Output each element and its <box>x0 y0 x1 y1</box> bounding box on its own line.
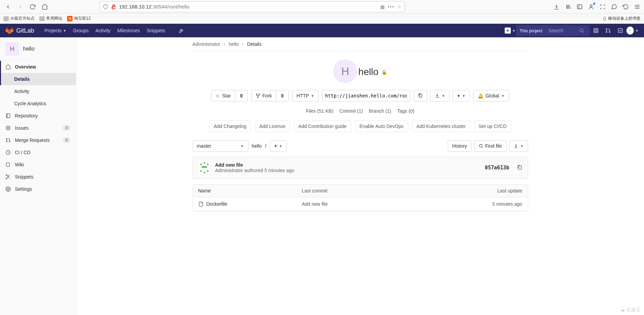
nav-snippets[interactable]: Snippets <box>143 24 168 37</box>
stat-tags[interactable]: Tags (0) <box>397 108 415 114</box>
stat-files[interactable]: Files (51 KB) <box>306 108 333 114</box>
sidebar-item-snippets[interactable]: Snippets <box>0 171 76 183</box>
folder-icon <box>3 16 9 21</box>
bookmark-star-icon[interactable]: ☆ <box>397 4 402 10</box>
search-box[interactable] <box>546 25 590 36</box>
breadcrumb-item[interactable]: Administrator <box>193 41 220 47</box>
forward-button[interactable] <box>16 2 25 12</box>
sidebar-item-repository[interactable]: Repository <box>0 110 76 122</box>
star-button[interactable]: ☆ Star <box>211 90 235 101</box>
breadcrumb-item[interactable]: hello <box>229 41 239 47</box>
chat-icon[interactable] <box>611 3 618 10</box>
issues-shortcut-icon[interactable] <box>590 24 602 37</box>
chevron-right-icon: › <box>242 41 244 47</box>
sidebar-sub-cycle-analytics[interactable]: Cycle Analytics <box>0 97 76 110</box>
gitlab-brand[interactable]: GitLab <box>16 27 34 34</box>
mobile-bookmarks[interactable]: 移动设备上的书签 <box>603 16 641 21</box>
star-count: 0 <box>235 90 248 101</box>
suggestion-set-up-ci-cd[interactable]: Set up CI/CD <box>474 121 511 132</box>
merge-requests-shortcut-icon[interactable] <box>602 24 614 37</box>
search-scope[interactable]: This project <box>516 25 546 36</box>
table-row[interactable]: DockerfileAdd new file5 minutes ago <box>193 197 528 211</box>
new-file-dropdown[interactable]: + ▼ <box>270 140 287 152</box>
watermark: ☁ 亿速云 <box>620 307 641 313</box>
clone-protocol-select[interactable]: HTTP ▼ <box>292 90 319 101</box>
user-menu[interactable]: ▼ <box>626 24 639 37</box>
clone-url-input[interactable] <box>322 90 410 101</box>
reload-button[interactable] <box>28 2 37 12</box>
branch-select[interactable]: master▼ <box>193 140 248 152</box>
undo-icon[interactable] <box>622 3 629 10</box>
svg-rect-40 <box>200 164 202 165</box>
copy-sha-icon[interactable] <box>517 165 522 170</box>
account-icon[interactable] <box>588 3 595 10</box>
col-header-date: Last update <box>464 188 522 193</box>
menu-icon[interactable] <box>634 3 641 10</box>
stat-branch[interactable]: Branch (1) <box>369 108 391 114</box>
user-avatar-icon <box>626 26 634 35</box>
svg-point-8 <box>590 5 592 7</box>
download-dropdown[interactable]: ▼ <box>430 90 449 101</box>
sidebar-item-ci-cd[interactable]: CI / CD <box>0 146 76 159</box>
bookmark-item[interactable]: 火狐官方站点 <box>3 16 35 21</box>
bookmark-item[interactable]: 常用网址 <box>39 16 62 21</box>
sidebar-item-merge-requests[interactable]: Merge Requests0 <box>0 134 76 146</box>
nav-groups[interactable]: Groups <box>70 24 92 37</box>
nav-projects[interactable]: Projects ▼ <box>41 24 69 37</box>
suggestion-add-changelog[interactable]: Add Changelog <box>209 121 251 132</box>
suggestion-add-contribution-guide[interactable]: Add Contribution guide <box>294 121 351 132</box>
library-icon[interactable] <box>565 3 571 10</box>
project-avatar-icon: H <box>5 42 19 56</box>
tree-controls: master▼ hello / + ▼ History Find file ▼ <box>193 140 528 152</box>
svg-point-14 <box>580 29 583 32</box>
qr-icon[interactable]: ▦ <box>380 4 385 10</box>
history-button[interactable]: History <box>448 140 471 152</box>
sidebar-project-header[interactable]: H hello <box>0 37 76 61</box>
sidebar-item-issues[interactable]: Issues0 <box>0 122 76 134</box>
back-button[interactable] <box>3 2 13 12</box>
home-button[interactable] <box>40 2 49 12</box>
file-icon <box>198 201 204 207</box>
suggestion-add-license[interactable]: Add License <box>255 121 290 132</box>
commit-author-icon <box>198 162 210 174</box>
breadcrumbs: Administrator › hello › Details <box>193 37 528 51</box>
sidebar-project-name: hello <box>23 46 35 52</box>
downloads-icon[interactable] <box>553 3 560 10</box>
add-dropdown[interactable]: + ▼ <box>453 90 470 101</box>
admin-wrench-icon[interactable] <box>175 24 187 37</box>
download-source-dropdown[interactable]: ▼ <box>509 140 528 152</box>
svg-point-32 <box>7 188 9 190</box>
sidebar-item-wiki[interactable]: Wiki <box>0 159 76 171</box>
svg-point-20 <box>609 32 610 33</box>
count-badge: 0 <box>63 125 71 131</box>
tree-path-root[interactable]: hello <box>252 143 262 149</box>
sidebar-item-settings[interactable]: Settings <box>0 183 76 195</box>
sidebar-sub-details[interactable]: Details <box>0 73 76 85</box>
new-dropdown[interactable]: +▼ <box>504 24 516 37</box>
sidebar-item-overview[interactable]: Overview <box>0 61 76 73</box>
sidebar-sub-activity[interactable]: Activity <box>0 85 76 97</box>
notifications-dropdown[interactable]: 🔔 Global ▼ <box>473 90 509 101</box>
stat-commit[interactable]: Commit (1) <box>339 108 363 114</box>
suggestion-bar: Add ChangelogAdd LicenseAdd Contribution… <box>193 121 528 132</box>
svg-rect-45 <box>207 170 208 172</box>
sidebar-icon[interactable] <box>576 3 583 10</box>
search-input[interactable] <box>548 28 579 33</box>
svg-line-5 <box>570 5 570 9</box>
insecure-icon <box>111 4 116 10</box>
screenshot-icon[interactable] <box>599 3 606 10</box>
fork-button[interactable]: Fork <box>251 90 276 101</box>
copy-url-button[interactable] <box>414 90 427 101</box>
nav-milestones[interactable]: Milestones <box>114 24 143 37</box>
commit-title[interactable]: Add new file <box>215 162 294 168</box>
commit-sha[interactable]: 057a613b <box>485 165 509 171</box>
bookmark-item[interactable]: 淘淘宝双12 <box>67 16 90 21</box>
page-actions-icon[interactable]: ••• <box>387 4 395 10</box>
url-bar[interactable]: 192.168.10.12:30544/root/hello ▦ ••• ☆ <box>100 1 405 12</box>
nav-activity[interactable]: Activity <box>92 24 114 37</box>
find-file-button[interactable]: Find file <box>474 140 506 152</box>
suggestion-enable-auto-devops[interactable]: Enable Auto DevOps <box>355 121 408 132</box>
gitlab-navbar: GitLab Projects ▼GroupsActivityMilestone… <box>0 24 644 37</box>
todos-shortcut-icon[interactable] <box>614 24 626 37</box>
suggestion-add-kubernetes-cluster[interactable]: Add Kubernetes cluster <box>412 121 470 132</box>
